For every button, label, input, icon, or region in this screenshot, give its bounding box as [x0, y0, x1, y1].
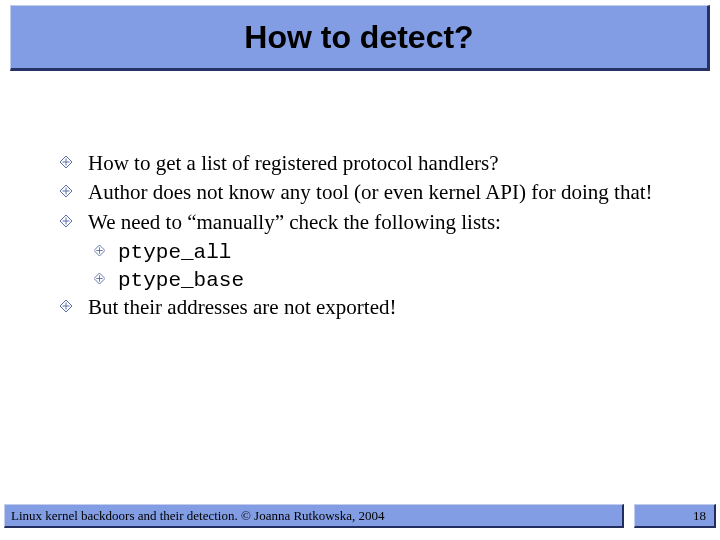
diamond-plus-icon — [60, 215, 72, 227]
list-item: But their addresses are not exported! — [58, 294, 680, 321]
list-item: Author does not know any tool (or even k… — [58, 179, 680, 206]
code-text: ptype_base — [118, 269, 244, 292]
diamond-plus-icon — [60, 156, 72, 168]
slide-footer: Linux kernel backdoors and their detecti… — [4, 504, 716, 528]
sub-list-item: ptype_all — [58, 238, 680, 266]
slide-body: How to get a list of registered protocol… — [58, 150, 680, 324]
slide-title: How to detect? — [244, 19, 473, 56]
diamond-plus-icon — [94, 273, 105, 284]
code-text: ptype_all — [118, 241, 231, 264]
diamond-plus-icon — [94, 245, 105, 256]
list-item-text: But their addresses are not exported! — [88, 295, 396, 319]
list-item-text: We need to “manually” check the followin… — [88, 210, 501, 234]
title-banner: How to detect? — [10, 5, 710, 71]
list-item-text: Author does not know any tool (or even k… — [88, 180, 653, 204]
list-item: We need to “manually” check the followin… — [58, 209, 680, 236]
diamond-plus-icon — [60, 185, 72, 197]
footer-caption: Linux kernel backdoors and their detecti… — [4, 504, 624, 528]
footer-page-number: 18 — [634, 504, 716, 528]
list-item-text: How to get a list of registered protocol… — [88, 151, 499, 175]
diamond-plus-icon — [60, 300, 72, 312]
sub-list-item: ptype_base — [58, 266, 680, 294]
list-item: How to get a list of registered protocol… — [58, 150, 680, 177]
